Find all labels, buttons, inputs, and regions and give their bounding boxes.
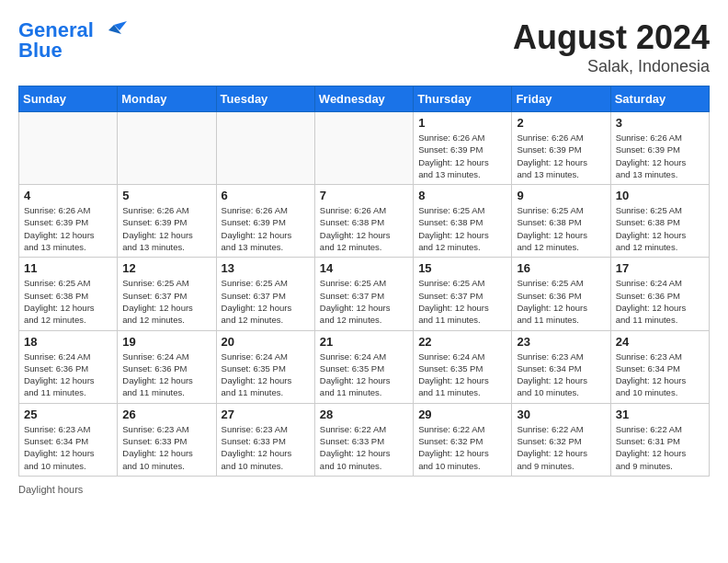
day-info: Sunrise: 6:24 AMSunset: 6:35 PMDaylight:… xyxy=(320,350,408,399)
month-year: August 2024 xyxy=(513,18,710,57)
day-number: 30 xyxy=(517,408,605,421)
calendar-cell-3-1: 11Sunrise: 6:25 AMSunset: 6:38 PMDayligh… xyxy=(19,258,118,330)
month-title: August 2024 Salak, Indonesia xyxy=(513,18,710,76)
calendar-cell-4-2: 19Sunrise: 6:24 AMSunset: 6:36 PMDayligh… xyxy=(118,330,216,403)
calendar-cell-1-7: 3Sunrise: 6:26 AMSunset: 6:39 PMDaylight… xyxy=(610,112,709,185)
day-info: Sunrise: 6:25 AMSunset: 6:37 PMDaylight:… xyxy=(320,277,408,326)
day-number: 17 xyxy=(616,261,704,275)
day-number: 6 xyxy=(222,189,310,202)
day-info: Sunrise: 6:26 AMSunset: 6:39 PMDaylight:… xyxy=(122,204,210,253)
calendar-cell-4-7: 24Sunrise: 6:23 AMSunset: 6:34 PMDayligh… xyxy=(610,330,709,403)
calendar-week-1: 1Sunrise: 6:26 AMSunset: 6:39 PMDaylight… xyxy=(19,112,710,185)
day-number: 26 xyxy=(122,408,210,421)
day-info: Sunrise: 6:24 AMSunset: 6:35 PMDaylight:… xyxy=(222,350,310,399)
calendar-cell-4-3: 20Sunrise: 6:24 AMSunset: 6:35 PMDayligh… xyxy=(216,330,314,403)
day-info: Sunrise: 6:25 AMSunset: 6:37 PMDaylight:… xyxy=(122,277,210,326)
daylight-label: Daylight hours xyxy=(18,484,83,495)
day-number: 27 xyxy=(222,408,310,421)
calendar-cell-3-2: 12Sunrise: 6:25 AMSunset: 6:37 PMDayligh… xyxy=(118,258,216,330)
day-number: 14 xyxy=(320,261,408,275)
day-info: Sunrise: 6:24 AMSunset: 6:36 PMDaylight:… xyxy=(24,350,112,399)
calendar-cell-2-1: 4Sunrise: 6:26 AMSunset: 6:39 PMDaylight… xyxy=(19,185,118,258)
weekday-header-friday: Friday xyxy=(512,86,610,112)
day-number: 11 xyxy=(24,261,112,275)
day-info: Sunrise: 6:25 AMSunset: 6:38 PMDaylight:… xyxy=(418,204,506,253)
logo-blue-text: Blue xyxy=(18,39,63,63)
calendar-cell-1-6: 2Sunrise: 6:26 AMSunset: 6:39 PMDaylight… xyxy=(512,112,610,185)
calendar-cell-1-3 xyxy=(216,112,314,185)
calendar-week-3: 11Sunrise: 6:25 AMSunset: 6:38 PMDayligh… xyxy=(19,258,710,330)
day-number: 12 xyxy=(122,261,210,275)
day-number: 28 xyxy=(320,408,408,421)
calendar-cell-5-5: 29Sunrise: 6:22 AMSunset: 6:32 PMDayligh… xyxy=(414,403,512,476)
calendar-cell-5-2: 26Sunrise: 6:23 AMSunset: 6:33 PMDayligh… xyxy=(118,403,216,476)
calendar-cell-4-4: 21Sunrise: 6:24 AMSunset: 6:35 PMDayligh… xyxy=(314,330,413,403)
day-info: Sunrise: 6:24 AMSunset: 6:36 PMDaylight:… xyxy=(616,277,704,326)
calendar-cell-2-6: 9Sunrise: 6:25 AMSunset: 6:38 PMDaylight… xyxy=(512,185,610,258)
weekday-header-sunday: Sunday xyxy=(19,86,118,112)
calendar-cell-3-5: 15Sunrise: 6:25 AMSunset: 6:37 PMDayligh… xyxy=(414,258,512,330)
calendar-week-2: 4Sunrise: 6:26 AMSunset: 6:39 PMDaylight… xyxy=(19,185,710,258)
calendar-footer: Daylight hours xyxy=(18,484,710,495)
day-number: 29 xyxy=(418,408,506,421)
day-info: Sunrise: 6:22 AMSunset: 6:32 PMDaylight:… xyxy=(517,423,605,472)
weekday-header-thursday: Thursday xyxy=(414,86,512,112)
day-info: Sunrise: 6:23 AMSunset: 6:33 PMDaylight:… xyxy=(122,423,210,472)
calendar-cell-4-1: 18Sunrise: 6:24 AMSunset: 6:36 PMDayligh… xyxy=(19,330,118,403)
day-number: 25 xyxy=(24,408,112,421)
day-info: Sunrise: 6:23 AMSunset: 6:33 PMDaylight:… xyxy=(222,423,310,472)
day-info: Sunrise: 6:26 AMSunset: 6:39 PMDaylight:… xyxy=(222,204,310,253)
day-info: Sunrise: 6:25 AMSunset: 6:38 PMDaylight:… xyxy=(616,204,704,253)
day-number: 20 xyxy=(222,335,310,349)
calendar-cell-1-5: 1Sunrise: 6:26 AMSunset: 6:39 PMDaylight… xyxy=(414,112,512,185)
day-info: Sunrise: 6:25 AMSunset: 6:37 PMDaylight:… xyxy=(418,277,506,326)
day-info: Sunrise: 6:22 AMSunset: 6:32 PMDaylight:… xyxy=(418,423,506,472)
day-info: Sunrise: 6:26 AMSunset: 6:38 PMDaylight:… xyxy=(320,204,408,253)
location: Salak, Indonesia xyxy=(513,57,710,76)
calendar-cell-4-6: 23Sunrise: 6:23 AMSunset: 6:34 PMDayligh… xyxy=(512,330,610,403)
day-number: 1 xyxy=(418,116,506,130)
calendar-cell-5-3: 27Sunrise: 6:23 AMSunset: 6:33 PMDayligh… xyxy=(216,403,314,476)
day-info: Sunrise: 6:23 AMSunset: 6:34 PMDaylight:… xyxy=(517,350,605,399)
day-info: Sunrise: 6:25 AMSunset: 6:37 PMDaylight:… xyxy=(222,277,310,326)
day-number: 3 xyxy=(616,116,704,130)
day-number: 16 xyxy=(517,261,605,275)
calendar-cell-5-7: 31Sunrise: 6:22 AMSunset: 6:31 PMDayligh… xyxy=(610,403,709,476)
calendar-cell-2-5: 8Sunrise: 6:25 AMSunset: 6:38 PMDaylight… xyxy=(414,185,512,258)
weekday-header-monday: Monday xyxy=(118,86,216,112)
day-number: 18 xyxy=(24,335,112,349)
day-info: Sunrise: 6:26 AMSunset: 6:39 PMDaylight:… xyxy=(517,132,605,180)
day-number: 24 xyxy=(616,335,704,349)
calendar-cell-3-7: 17Sunrise: 6:24 AMSunset: 6:36 PMDayligh… xyxy=(610,258,709,330)
calendar-header-row: SundayMondayTuesdayWednesdayThursdayFrid… xyxy=(19,86,710,112)
day-number: 7 xyxy=(320,189,408,202)
day-number: 9 xyxy=(517,189,605,202)
day-info: Sunrise: 6:24 AMSunset: 6:35 PMDaylight:… xyxy=(418,350,506,399)
calendar-week-4: 18Sunrise: 6:24 AMSunset: 6:36 PMDayligh… xyxy=(19,330,710,403)
day-number: 2 xyxy=(517,116,605,130)
day-number: 31 xyxy=(616,408,704,421)
page-header: General Blue August 2024 Salak, Indonesi… xyxy=(18,18,710,76)
calendar-week-5: 25Sunrise: 6:23 AMSunset: 6:34 PMDayligh… xyxy=(19,403,710,476)
day-number: 23 xyxy=(517,335,605,349)
weekday-header-saturday: Saturday xyxy=(610,86,709,112)
calendar-cell-5-1: 25Sunrise: 6:23 AMSunset: 6:34 PMDayligh… xyxy=(19,403,118,476)
day-number: 4 xyxy=(24,189,112,202)
calendar-cell-2-3: 6Sunrise: 6:26 AMSunset: 6:39 PMDaylight… xyxy=(216,185,314,258)
calendar-cell-1-4 xyxy=(314,112,413,185)
calendar-cell-1-1 xyxy=(19,112,118,185)
day-info: Sunrise: 6:22 AMSunset: 6:31 PMDaylight:… xyxy=(616,423,704,472)
calendar-cell-2-2: 5Sunrise: 6:26 AMSunset: 6:39 PMDaylight… xyxy=(118,185,216,258)
weekday-header-tuesday: Tuesday xyxy=(216,86,314,112)
day-info: Sunrise: 6:23 AMSunset: 6:34 PMDaylight:… xyxy=(616,350,704,399)
day-info: Sunrise: 6:25 AMSunset: 6:38 PMDaylight:… xyxy=(517,204,605,253)
day-number: 8 xyxy=(418,189,506,202)
calendar-cell-1-2 xyxy=(118,112,216,185)
day-info: Sunrise: 6:26 AMSunset: 6:39 PMDaylight:… xyxy=(418,132,506,180)
calendar-cell-3-3: 13Sunrise: 6:25 AMSunset: 6:37 PMDayligh… xyxy=(216,258,314,330)
day-info: Sunrise: 6:22 AMSunset: 6:33 PMDaylight:… xyxy=(320,423,408,472)
day-number: 19 xyxy=(122,335,210,349)
day-number: 5 xyxy=(122,189,210,202)
calendar-cell-2-4: 7Sunrise: 6:26 AMSunset: 6:38 PMDaylight… xyxy=(314,185,413,258)
day-number: 10 xyxy=(616,189,704,202)
